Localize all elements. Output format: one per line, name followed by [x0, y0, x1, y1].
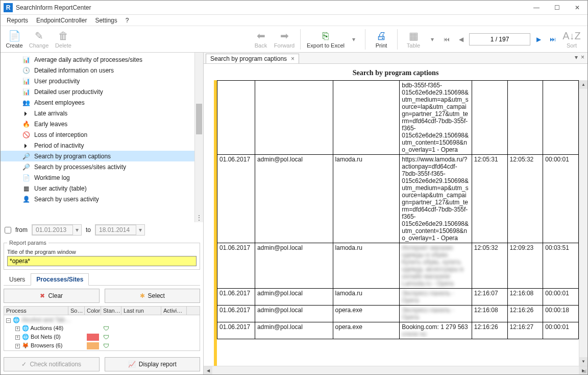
- minimize-button[interactable]: —: [526, 1, 547, 15]
- menu-endpoint[interactable]: EndpointController: [33, 16, 90, 25]
- tree-item-label: Worktime log: [34, 174, 70, 181]
- tree-item[interactable]: 👤Search by users activity: [1, 194, 194, 204]
- tree-item-label: Average daily activity of processes/site…: [34, 56, 142, 63]
- clear-button[interactable]: ✖Clear: [4, 289, 100, 303]
- prev-page-button[interactable]: ◀: [455, 33, 467, 45]
- tab-processes[interactable]: Processes/Sites: [31, 273, 89, 286]
- grid-row[interactable]: +🦊 Browsers (6)🛡: [4, 341, 200, 350]
- tree-item-icon: 🔎: [22, 163, 30, 171]
- doc-tab-active[interactable]: Search by program captions ×: [206, 54, 299, 63]
- menu-settings[interactable]: Settings: [92, 16, 120, 25]
- tree-item-icon: 🔥: [22, 121, 30, 128]
- vertical-scrollbar[interactable]: ▲▼: [579, 80, 587, 366]
- table-dropdown[interactable]: ▾: [426, 33, 438, 45]
- tree-item[interactable]: 👥Absent employees: [1, 97, 194, 108]
- tree-item[interactable]: 📊Average daily activity of processes/sit…: [1, 54, 194, 65]
- check-notifications-button[interactable]: ✓Check notifications: [4, 357, 100, 371]
- delete-button[interactable]: 🗑Delete: [53, 29, 74, 50]
- print-button[interactable]: 🖨Print: [371, 29, 392, 50]
- toolbar: 📄Create ✎Change 🗑Delete ⬅Back ➡Forward ⎘…: [1, 26, 587, 53]
- result-table[interactable]: bdb-355f-f365-015c62e6de29.150698&utm_me…: [217, 80, 579, 339]
- tree-item[interactable]: 🔎Search by program captions: [1, 151, 194, 161]
- tree-item-label: Loss of interception: [34, 131, 87, 138]
- tree-item-label: User activity (table): [34, 185, 87, 192]
- tree-item-label: Absent employees: [34, 99, 85, 106]
- horizontal-scrollbar[interactable]: ◀▶: [204, 366, 587, 374]
- tab-users[interactable]: Users: [4, 273, 31, 286]
- grid-row[interactable]: +🌐 Auctions (48)🛡: [4, 324, 200, 333]
- document-tabs: Search by program captions × ▾×: [204, 53, 587, 64]
- close-all-tabs-icon[interactable]: ×: [581, 54, 584, 61]
- to-label: to: [86, 226, 91, 233]
- last-page-button[interactable]: ⏭: [547, 33, 559, 45]
- tab-menu-icon[interactable]: ▾: [575, 54, 578, 61]
- page-margin: [208, 80, 214, 366]
- table-button[interactable]: ▦Table: [403, 29, 424, 50]
- tree-item[interactable]: 📊User productivity: [1, 76, 194, 86]
- date-range-row: from 01.01.2013▾ to 18.01.2014▾: [1, 222, 203, 238]
- tree-item-label: Early leaves: [34, 121, 67, 128]
- tree-item-icon: 🔎: [22, 153, 30, 160]
- title-param-label: Title of the program window: [7, 249, 197, 255]
- tree-item-label: Detailed information on users: [34, 67, 114, 74]
- from-label: from: [15, 226, 28, 233]
- tree-item-icon: 📊: [22, 56, 30, 63]
- tree-item-icon: 👥: [22, 99, 30, 106]
- title-param-input[interactable]: [7, 256, 197, 266]
- next-page-button[interactable]: ▶: [532, 33, 545, 45]
- process-grid[interactable]: −🌐 Alcohol and Tab…+🌐 Auctions (48)🛡+🌐 B…: [4, 315, 200, 351]
- tree-item-icon: ⏵: [22, 110, 30, 117]
- tree-item[interactable]: ⏵Late arrivals: [1, 108, 194, 119]
- tree-item-icon: 📊: [22, 78, 30, 85]
- tree-item-icon: 👤: [22, 196, 30, 203]
- tree-item[interactable]: 🕓Detailed information on users: [1, 65, 194, 76]
- tree-item-icon: ⏵: [22, 142, 30, 149]
- app-icon: R: [4, 3, 13, 12]
- export-dropdown[interactable]: ▾: [348, 33, 360, 45]
- tree-item-label: Late arrivals: [34, 110, 67, 117]
- tree-item-icon: 📊: [22, 88, 30, 96]
- tree-item[interactable]: 📊Detailed user productivity: [1, 86, 194, 97]
- change-button[interactable]: ✎Change: [28, 29, 50, 50]
- menubar: Reports EndpointController Settings ?: [1, 15, 587, 26]
- grid-row[interactable]: +🌐 Bot Nets (0)🛡: [4, 333, 200, 341]
- tree-item-label: Detailed user productivity: [34, 88, 103, 96]
- tree-item-label: Search by users activity: [34, 196, 99, 203]
- report-title: Search by program captions: [204, 64, 587, 80]
- tree-item-icon: 🕓: [22, 67, 30, 74]
- menu-help[interactable]: ?: [122, 16, 132, 25]
- sort-button[interactable]: A↓ZSort: [561, 29, 582, 50]
- tree-item[interactable]: 🔎Search by processes/sites activity: [1, 161, 194, 172]
- first-page-button[interactable]: ⏮: [440, 33, 453, 45]
- tree-item[interactable]: ▦User activity (table): [1, 183, 194, 194]
- report-pane: Search by program captions × ▾× Search b…: [204, 53, 587, 374]
- maximize-button[interactable]: ☐: [547, 1, 567, 15]
- back-button[interactable]: ⬅Back: [250, 29, 272, 50]
- tree-item-label: Period of inactivity: [34, 142, 84, 149]
- from-date-field[interactable]: 01.01.2013▾: [32, 224, 82, 236]
- export-excel-button[interactable]: ⎘Export to Excel: [306, 29, 346, 50]
- tree-item[interactable]: ⏵Period of inactivity: [1, 140, 194, 151]
- filter-tabs: Users Processes/Sites: [4, 273, 200, 286]
- tree-item[interactable]: 🚫Loss of interception: [1, 129, 194, 140]
- report-params-group: Report params Title of the program windo…: [4, 240, 200, 270]
- tree-item[interactable]: 🔥Early leaves: [1, 119, 194, 129]
- menu-reports[interactable]: Reports: [4, 16, 31, 25]
- titlebar: R SearchInform ReportCenter — ☐ ✕: [1, 1, 587, 15]
- create-button[interactable]: 📄Create: [4, 29, 25, 50]
- to-date-field[interactable]: 18.01.2014▾: [95, 224, 145, 236]
- select-button[interactable]: ✱Select: [105, 289, 201, 303]
- display-report-button[interactable]: 📈Display report: [105, 357, 201, 371]
- close-tab-icon[interactable]: ×: [291, 55, 295, 62]
- tree-item[interactable]: 📄Worktime log: [1, 172, 194, 183]
- window-title: SearchInform ReportCenter: [16, 4, 526, 11]
- tree-scrollbar[interactable]: ⋮: [194, 53, 203, 222]
- close-button[interactable]: ✕: [567, 1, 587, 15]
- report-tree[interactable]: 📊Average daily activity of processes/sit…: [1, 53, 194, 222]
- forward-button[interactable]: ➡Forward: [274, 29, 295, 50]
- date-enable-checkbox[interactable]: [5, 227, 11, 233]
- report-params-legend: Report params: [7, 240, 48, 246]
- tree-item-label: Search by program captions: [34, 153, 111, 160]
- process-grid-header[interactable]: Process So… Color Stan… Last run Activi…: [4, 306, 200, 315]
- page-input[interactable]: [469, 33, 530, 45]
